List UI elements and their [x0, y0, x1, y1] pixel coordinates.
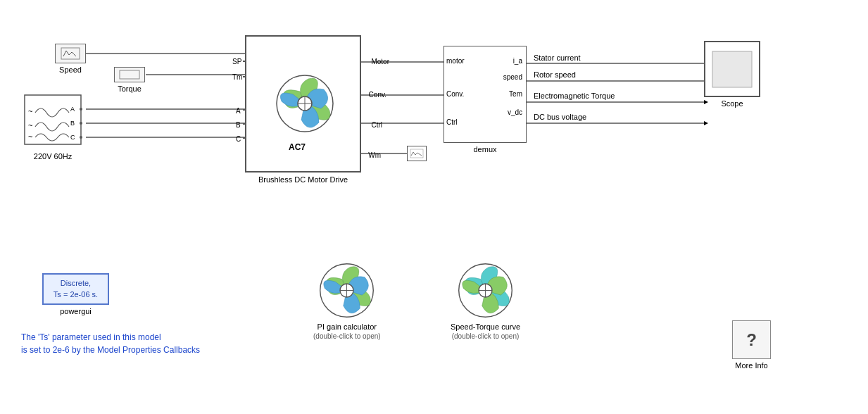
ac7-icon [273, 72, 336, 135]
powergui-box: Discrete,Ts = 2e-06 s. [42, 273, 109, 305]
speed-icon [60, 46, 81, 61]
ac7-label: AC7 [289, 142, 306, 152]
demux-port-vdc: v_dc [508, 108, 522, 116]
svg-marker-24 [704, 121, 708, 125]
svg-line-26 [63, 51, 66, 56]
more-info-block[interactable]: ? More Info [732, 320, 771, 370]
pi-gain-label: PI gain calculator [317, 322, 377, 331]
wm-display [407, 146, 427, 161]
speed-box [55, 44, 86, 63]
scope-icon [711, 50, 753, 89]
demux-port-ia: i_a [513, 57, 522, 65]
svg-rect-45 [712, 51, 752, 87]
svg-line-47 [411, 152, 413, 156]
more-info-symbol: ? [746, 330, 757, 350]
port-tm: Tm [232, 73, 242, 81]
svg-point-35 [80, 108, 82, 111]
svg-line-27 [66, 51, 69, 55]
svg-text:~: ~ [28, 132, 32, 141]
powergui-text: Discrete,Ts = 2e-06 s. [54, 278, 98, 300]
speed-torque-sublabel: (double-click to open) [452, 332, 520, 340]
label-stator-current: Stator current [534, 54, 581, 62]
demux-port-speed: speed [503, 73, 522, 81]
svg-line-48 [413, 152, 415, 155]
powergui-block[interactable]: Discrete,Ts = 2e-06 s. powergui [42, 273, 109, 315]
svg-line-28 [69, 52, 72, 55]
port-wm-out: Wm [368, 151, 381, 159]
label-em-torque: Electromagnetic Torque [534, 92, 615, 100]
svg-text:~: ~ [28, 121, 32, 130]
torque-box [114, 67, 145, 82]
svg-text:C: C [70, 134, 75, 141]
svg-line-49 [415, 153, 417, 155]
wm-icon [410, 149, 424, 158]
svg-line-50 [417, 153, 422, 156]
port-a: A [236, 107, 241, 115]
speed-torque-icon [455, 261, 515, 320]
port-c: C [236, 135, 241, 143]
diagram-canvas: Speed Torque ~ ~ ~ A B [0, 0, 868, 414]
motor-drive-block[interactable]: SP Tm A B C Motor Conv. Ctrl Wm Brushles… [245, 35, 361, 184]
source-label: 220V 60Hz [21, 152, 84, 161]
demux-port-motor: motor [446, 57, 465, 65]
scope-block[interactable]: Scope [704, 41, 760, 108]
pi-gain-block[interactable]: PI gain calculator (double-click to open… [313, 261, 381, 340]
svg-rect-30 [120, 70, 139, 79]
torque-label: Torque [114, 84, 145, 93]
speed-torque-label: Speed-Torque curve [451, 322, 520, 331]
demux-port-conv: Conv. [446, 90, 464, 98]
torque-icon [119, 70, 140, 80]
demux-block[interactable]: motor Conv. Ctrl i_a speed Tem v_dc demu… [444, 46, 527, 153]
label-rotor-speed: Rotor speed [534, 70, 576, 79]
powergui-label: powergui [42, 307, 109, 315]
more-info-box[interactable]: ? [732, 320, 771, 359]
svg-line-29 [72, 52, 76, 56]
scope-label: Scope [704, 99, 760, 108]
torque-block[interactable]: Torque [114, 67, 145, 93]
more-info-label: More Info [735, 361, 767, 370]
port-sp: SP [232, 58, 241, 65]
pi-gain-icon [317, 261, 377, 320]
demux-port-tem: Tem [509, 90, 522, 98]
port-b: B [236, 121, 241, 129]
svg-point-37 [80, 136, 82, 139]
port-ctrl-out: Ctrl [371, 121, 382, 129]
speed-label: Speed [55, 65, 86, 74]
pi-gain-sublabel: (double-click to open) [313, 332, 381, 340]
source-block[interactable]: ~ ~ ~ A B C 220V 60Hz [21, 92, 84, 161]
svg-point-36 [80, 122, 82, 125]
speed-block[interactable]: Speed [55, 44, 86, 74]
svg-text:~: ~ [28, 107, 32, 115]
svg-text:B: B [70, 120, 75, 127]
speed-torque-block[interactable]: Speed-Torque curve (double-click to open… [451, 261, 520, 340]
svg-text:A: A [70, 106, 75, 113]
source-icon: ~ ~ ~ A B C [21, 92, 84, 148]
demux-port-ctrl: Ctrl [446, 118, 458, 126]
motor-drive-label: Brushless DC Motor Drive [245, 175, 361, 184]
port-motor-out: Motor [371, 58, 389, 65]
port-conv-out: Conv. [369, 91, 386, 99]
demux-label: demux [444, 145, 527, 153]
label-dc-voltage: DC bus voltage [534, 113, 586, 121]
info-text: The 'Ts' parameter used in this model is… [21, 331, 200, 356]
